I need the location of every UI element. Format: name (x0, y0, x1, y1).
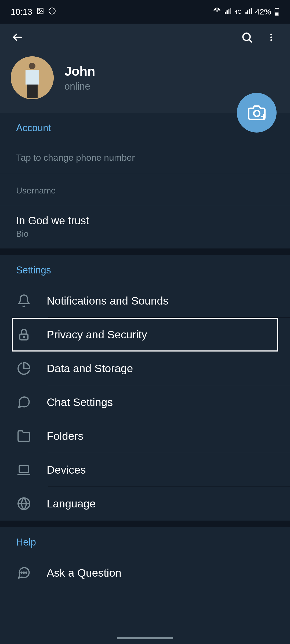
folder-icon (16, 428, 32, 444)
laptop-icon (16, 462, 32, 478)
settings-item-label: Data and Storage (47, 362, 133, 375)
help-item-ask-question[interactable]: Ask a Question (0, 556, 290, 590)
divider (0, 521, 290, 527)
search-button[interactable] (239, 29, 255, 45)
avatar[interactable] (11, 56, 54, 99)
bio-label: Bio (16, 229, 274, 239)
svg-point-18 (23, 336, 24, 338)
svg-point-1 (39, 9, 40, 10)
hotspot-icon (213, 7, 221, 17)
signal-icon-2 (245, 7, 252, 16)
signal-icon-1 (224, 7, 231, 16)
svg-rect-6 (276, 8, 278, 9)
settings-item-data-storage[interactable]: Data and Storage (0, 352, 290, 385)
help-item-label: Ask a Question (47, 567, 121, 579)
settings-item-label: Devices (47, 464, 86, 476)
bio-value: In God we trust (16, 215, 274, 227)
settings-item-label: Folders (47, 430, 84, 442)
lock-icon (16, 327, 32, 342)
profile-status: online (64, 81, 95, 92)
username-item[interactable]: Username (0, 174, 290, 206)
profile-section: John online (0, 51, 290, 113)
settings-item-devices[interactable]: Devices (0, 453, 290, 487)
svg-point-11 (270, 34, 272, 35)
svg-point-24 (23, 572, 24, 573)
settings-item-label: Language (47, 497, 96, 510)
nav-indicator (117, 637, 173, 639)
settings-title: Settings (0, 265, 290, 281)
bell-icon (16, 293, 32, 309)
username-label: Username (16, 186, 274, 196)
bio-item[interactable]: In God we trust Bio (0, 206, 290, 248)
settings-item-label: Notifications and Sounds (47, 295, 169, 307)
settings-item-language[interactable]: Language (0, 487, 290, 521)
status-time: 10:13 (11, 7, 32, 17)
chat-icon (16, 394, 32, 410)
network-type: 4G (234, 9, 242, 15)
settings-item-chat[interactable]: Chat Settings (0, 385, 290, 419)
globe-icon (16, 496, 32, 511)
settings-item-label: Privacy and Security (47, 328, 147, 341)
svg-line-10 (249, 39, 252, 42)
svg-point-14 (254, 111, 260, 116)
battery-percent: 42% (255, 7, 271, 16)
more-menu-button[interactable] (263, 29, 279, 45)
battery-icon (274, 8, 279, 16)
settings-item-label: Chat Settings (47, 396, 113, 409)
question-icon (16, 565, 32, 581)
status-bar: 10:13 4G 42% (0, 0, 290, 24)
image-icon (37, 7, 44, 17)
help-title: Help (0, 537, 290, 553)
back-button[interactable] (11, 31, 24, 44)
svg-point-4 (216, 10, 218, 12)
settings-item-folders[interactable]: Folders (0, 419, 290, 453)
dnd-icon (48, 7, 56, 17)
settings-section: Settings Notifications and Sounds Privac… (0, 255, 290, 521)
pie-chart-icon (16, 361, 32, 376)
divider (0, 248, 290, 255)
svg-point-13 (270, 39, 272, 41)
settings-item-privacy[interactable]: Privacy and Security (12, 318, 278, 352)
phone-number-item[interactable]: Tap to change phone number (0, 139, 290, 174)
settings-item-notifications[interactable]: Notifications and Sounds (0, 284, 290, 318)
phone-hint: Tap to change phone number (16, 152, 274, 163)
change-photo-button[interactable] (237, 93, 277, 133)
profile-name: John (64, 64, 95, 79)
svg-rect-7 (275, 13, 279, 16)
svg-point-12 (270, 36, 272, 38)
account-section: Account Tap to change phone number Usern… (0, 113, 290, 248)
help-section: Help Ask a Question (0, 527, 290, 590)
svg-point-23 (21, 572, 22, 573)
app-bar (0, 24, 290, 51)
svg-rect-19 (19, 466, 29, 473)
svg-point-25 (26, 572, 27, 573)
